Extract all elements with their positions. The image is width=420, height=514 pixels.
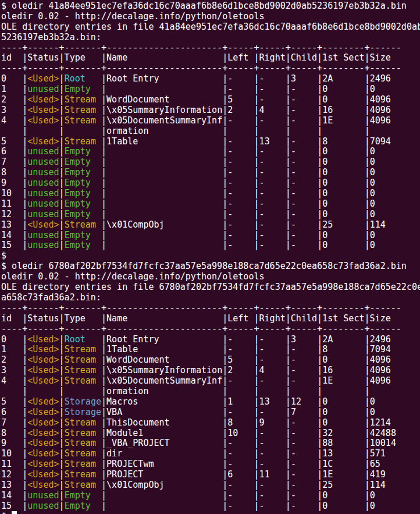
table-row: 1 |<Used>|Stream |1Table |- |- |- |8 |70…: [1, 345, 420, 355]
version-line: oledir 0.02 - http://decalage.info/pytho…: [1, 272, 420, 282]
table-row: 4 |<Used>|Stream |\x05DocumentSummaryInf…: [1, 376, 420, 387]
table-row: 6 |<Used>|Storage|VBA |- |- |7 |0 |0: [1, 407, 420, 418]
table-row: 1 |unused|Empty | |- |- |- |0 |0: [1, 84, 420, 95]
table-row: 5 |<Used>|Stream |1Table |- |13 |- |8 |7…: [1, 137, 420, 147]
table-separator: ----+------+-------+--------------------…: [1, 324, 420, 335]
listing-intro-line: 5236197eb3b32a.bin:: [1, 33, 420, 43]
table-row: 12 |unused|Empty | |- |- |- |0 |0: [1, 210, 420, 220]
listing-intro-line: OLE directory entries in file 41a84ee951…: [1, 22, 420, 33]
table-row: 11 |<Used>|Stream |PROJECTwm |- |- |- |1…: [1, 459, 420, 470]
table-row-continuation: | | |ormation | | | | |: [1, 387, 420, 397]
table-row: 6 |unused|Empty | |- |- |- |0 |0: [1, 147, 420, 157]
terminal-cursor: [12, 511, 17, 514]
table-separator: ----+------+-------+--------------------…: [1, 43, 420, 54]
table-row: 0 |<Used>|Root |Root Entry |- |- |3 |2A …: [1, 335, 420, 345]
listing-intro-line: OLE directory entries in file 6780af202b…: [1, 282, 420, 293]
command-line: $ oledir 41a84ee951ec7efa36dc16c70aaaf6b…: [1, 1, 420, 12]
table-row: 10 |<Used>|Stream |dir |- |- |- |13 |571: [1, 449, 420, 459]
table-row: 12 |<Used>|Stream |PROJECT |6 |11 |- |1E…: [1, 470, 420, 480]
table-row-continuation: | | |ormation | | | | |: [1, 126, 420, 137]
table-row: 2 |<Used>|Stream |WordDocument |5 |- |- …: [1, 355, 420, 366]
listing-intro-line: a658c73fad36a2.bin:: [1, 293, 420, 303]
command-line: $ oledir 6780af202bf7534fd7fcfc37aa57e5a…: [1, 261, 420, 272]
table-row: 15 |unused|Empty | |- |- |- |0 |0: [1, 501, 420, 512]
table-row: 3 |<Used>|Stream |\x05SummaryInformation…: [1, 366, 420, 376]
table-row: 8 |unused|Empty | |- |- |- |0 |0: [1, 168, 420, 178]
version-line: oledir 0.02 - http://decalage.info/pytho…: [1, 12, 420, 22]
table-row: 3 |<Used>|Stream |\x05SummaryInformation…: [1, 105, 420, 116]
table-row: 7 |unused|Empty | |- |- |- |0 |0: [1, 157, 420, 168]
table-row: 14 |unused|Empty | |- |- |- |0 |0: [1, 231, 420, 241]
table-row: 10 |unused|Empty | |- |- |- |0 |0: [1, 189, 420, 199]
table-row: 8 |<Used>|Stream |Module1 |10 |- |- |32 …: [1, 428, 420, 439]
table-row: 7 |<Used>|Stream |ThisDocument |8 |9 |- …: [1, 418, 420, 428]
table-separator: ----+------+-------+--------------------…: [1, 63, 420, 74]
shell-prompt: $: [1, 251, 420, 261]
table-row: 9 |<Used>|Stream |_VBA_PROJECT |- |- |- …: [1, 438, 420, 449]
table-row: 2 |<Used>|Stream |WordDocument |5 |- |- …: [1, 95, 420, 105]
table-row: 15 |unused|Empty | |- |- |- |0 |0: [1, 240, 420, 251]
table-row: 11 |unused|Empty | |- |- |- |0 |0: [1, 199, 420, 210]
table-row: 4 |<Used>|Stream |\x05DocumentSummaryInf…: [1, 116, 420, 126]
table-header: id |Status|Type |Name |Left |Right|Child…: [1, 314, 420, 324]
terminal-screen[interactable]: $ oledir 41a84ee951ec7efa36dc16c70aaaf6b…: [0, 0, 420, 514]
table-header: id |Status|Type |Name |Left |Right|Child…: [1, 53, 420, 63]
table-row: 0 |<Used>|Root |Root Entry |- |- |3 |2A …: [1, 74, 420, 84]
table-row: 13 |<Used>|Stream |\x01CompObj |- |- |- …: [1, 220, 420, 231]
shell-prompt: $: [1, 512, 420, 514]
table-row: 13 |<Used>|Stream |\x01CompObj |- |- |- …: [1, 480, 420, 491]
table-separator: ----+------+-------+--------------------…: [1, 303, 420, 314]
table-row: 14 |unused|Empty | |- |- |- |0 |0: [1, 491, 420, 501]
table-row: 9 |unused|Empty | |- |- |- |0 |0: [1, 178, 420, 189]
table-row: 5 |<Used>|Storage|Macros |1 |13 |12 |0 |…: [1, 397, 420, 407]
